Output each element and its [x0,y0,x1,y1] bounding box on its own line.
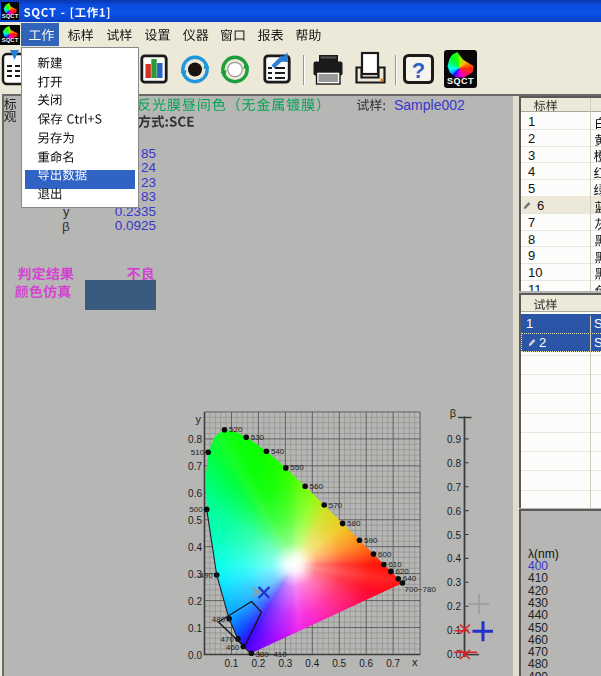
svg-text:0.9: 0.9 [447,434,461,445]
svg-text:510: 510 [191,448,205,457]
svg-text:0.2: 0.2 [447,601,461,612]
svg-text:640: 640 [403,574,417,583]
svg-text:540: 540 [271,447,285,456]
svg-text:0.5: 0.5 [447,530,461,541]
svg-text:0.7: 0.7 [447,482,461,493]
svg-text:600: 600 [378,550,392,559]
svg-text:?: ? [412,58,425,83]
svg-text:490: 490 [199,571,213,580]
svg-text:0.3: 0.3 [447,577,461,588]
svg-text:0.4: 0.4 [447,553,461,564]
svg-text:530: 530 [251,433,265,442]
svg-text:460: 460 [226,643,240,652]
svg-text:0.6: 0.6 [447,506,461,517]
svg-text:520: 520 [229,425,243,434]
svg-text:500: 500 [189,505,203,514]
svg-text:0.8: 0.8 [447,458,461,469]
svg-text:570: 570 [329,501,343,510]
svg-text:560: 560 [310,482,324,491]
svg-text:590: 590 [364,536,378,545]
svg-text:380~410: 380~410 [255,650,287,659]
svg-text:β: β [450,407,456,419]
svg-text:580: 580 [347,519,361,528]
svg-text:550: 550 [290,463,304,472]
svg-text:700~780: 700~780 [405,585,437,594]
svg-text:0.0: 0.0 [447,649,461,660]
